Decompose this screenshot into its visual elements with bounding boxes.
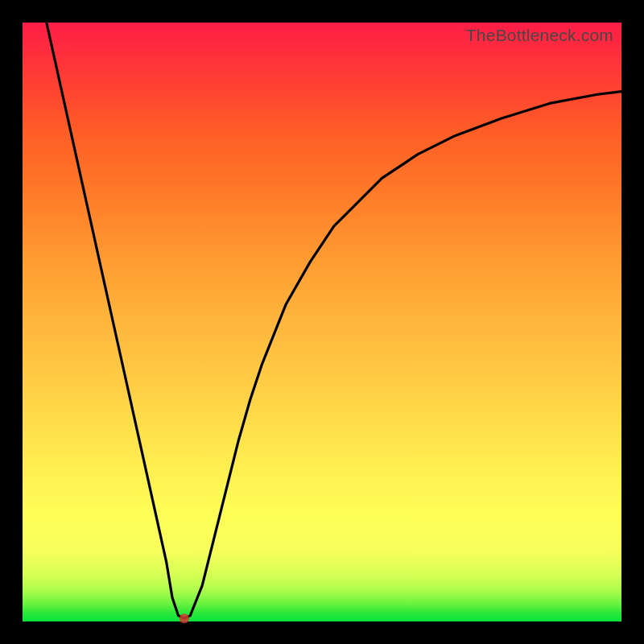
bottleneck-curve [47,23,621,618]
chart-frame: TheBottleneck.com [0,0,644,644]
chart-svg [23,23,621,621]
chart-plot-area: TheBottleneck.com [23,23,621,621]
minimum-point-marker [180,613,189,623]
